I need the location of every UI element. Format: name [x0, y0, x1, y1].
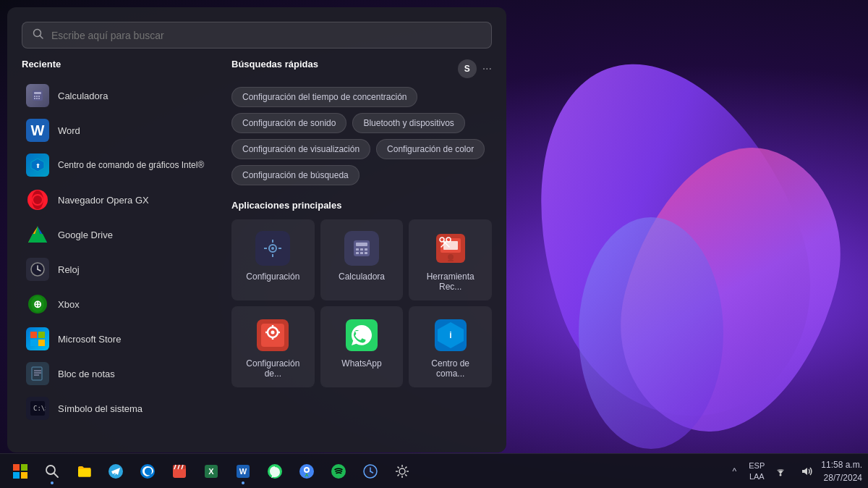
- quick-tag-3[interactable]: Configuración de visualización: [231, 139, 370, 159]
- recent-column: Reciente Calculadora: [22, 59, 217, 438]
- app-tile-configde[interactable]: Configuración de...: [231, 306, 315, 387]
- svg-point-110: [780, 474, 782, 476]
- configde-tile-label: Configuración de...: [239, 358, 307, 379]
- right-column: Búsquedas rápidas S ··· Configuración de…: [231, 59, 492, 438]
- language-indicator: ESP LAA: [749, 460, 765, 481]
- quick-tag-0[interactable]: Configuración del tiempo de concentració…: [231, 87, 417, 107]
- svg-line-109: [398, 474, 399, 476]
- svg-rect-77: [21, 464, 27, 471]
- recent-item-notepad[interactable]: Bloc de notas: [22, 356, 217, 391]
- recent-label-gdrive: Google Drive: [58, 230, 113, 240]
- recent-label-opera: Navegador Opera GX: [58, 195, 149, 206]
- quick-tag-5[interactable]: Configuración de búsqueda: [231, 165, 359, 185]
- system-clock[interactable]: 11:58 a.m. 28/7/2024: [821, 458, 862, 484]
- svg-point-57: [448, 254, 454, 260]
- app-tile-intel2[interactable]: i Centro de coma...: [409, 306, 492, 387]
- search-input[interactable]: [51, 30, 481, 41]
- svg-rect-30: [38, 332, 45, 338]
- search-bar[interactable]: [22, 22, 492, 49]
- quick-tag-1[interactable]: Configuración de sonido: [231, 113, 346, 133]
- taskbar-files-button[interactable]: [69, 457, 98, 486]
- quick-search-title: Búsquedas rápidas: [231, 59, 318, 70]
- recent-item-opera[interactable]: Navegador Opera GX: [22, 182, 217, 217]
- more-options-button[interactable]: ···: [482, 62, 492, 75]
- recent-item-intel[interactable]: ⬆ Centro de comando de gráficos Intel®: [22, 148, 217, 182]
- svg-text:W: W: [239, 467, 247, 476]
- taskbar-left: X W: [6, 457, 417, 486]
- search-icon: [33, 28, 44, 42]
- quick-header: Búsquedas rápidas S ···: [231, 59, 492, 78]
- svg-rect-52: [360, 252, 363, 254]
- taskbar-clock-button[interactable]: [356, 457, 385, 486]
- main-content: Reciente Calculadora: [22, 59, 492, 438]
- opera-icon: [26, 188, 49, 211]
- svg-text:⊕: ⊕: [33, 298, 42, 310]
- herrec-tile-label: Herramienta Rec...: [416, 272, 485, 292]
- taskbar-telegram-button[interactable]: [101, 457, 130, 486]
- taskbar-excel-button[interactable]: X: [197, 457, 226, 486]
- svg-text:X: X: [208, 467, 214, 476]
- volume-icon-button[interactable]: [796, 457, 817, 486]
- taskbar-claqueta-button[interactable]: [165, 457, 194, 486]
- app-tile-calc2[interactable]: Calculadora: [320, 219, 404, 300]
- taskbar-spotify-button[interactable]: [324, 457, 353, 486]
- svg-rect-32: [38, 340, 45, 346]
- svg-line-108: [405, 466, 407, 468]
- app-tile-herrec[interactable]: Herramienta Rec...: [409, 219, 492, 300]
- recent-title: Reciente: [22, 59, 217, 70]
- svg-rect-4: [34, 96, 35, 97]
- recent-item-gdrive[interactable]: Google Drive: [22, 217, 217, 252]
- svg-rect-76: [13, 464, 20, 471]
- svg-rect-3: [34, 92, 41, 94]
- quick-tag-4[interactable]: Configuración de color: [376, 139, 485, 159]
- svg-point-101: [399, 468, 405, 474]
- start-button[interactable]: [6, 457, 35, 486]
- wifi-icon-button[interactable]: [770, 457, 791, 486]
- recent-item-msstore[interactable]: Microsoft Store: [22, 321, 217, 356]
- taskbar-whatsapp-button[interactable]: [260, 457, 289, 486]
- word-active-dot: [242, 481, 244, 484]
- tray-chevron-button[interactable]: ^: [726, 460, 743, 482]
- svg-rect-8: [36, 98, 38, 99]
- config-tile-icon: [255, 231, 290, 266]
- recent-label-word: Word: [58, 125, 80, 136]
- intel2-tile-icon: i: [433, 318, 468, 353]
- taskbar-edge-button[interactable]: [133, 457, 162, 486]
- app-tile-whatsapp[interactable]: WhatsApp: [320, 306, 404, 387]
- recent-label-calc: Calculadora: [58, 91, 108, 101]
- recent-item-calculadora[interactable]: Calculadora: [22, 78, 217, 113]
- s-badge: S: [458, 59, 477, 78]
- taskbar-settings-button[interactable]: [388, 457, 417, 486]
- svg-point-66: [271, 331, 275, 335]
- reloj-icon: [26, 258, 49, 281]
- chevron-icon: ^: [732, 466, 736, 476]
- calc2-tile-label: Calculadora: [339, 272, 385, 282]
- quick-tag-2[interactable]: Bluetooth y dispositivos: [352, 113, 464, 133]
- svg-rect-33: [32, 367, 42, 380]
- recent-item-reloj[interactable]: Reloj: [22, 252, 217, 287]
- svg-line-107: [405, 474, 407, 476]
- svg-rect-31: [30, 340, 37, 346]
- intel-icon: ⬆: [26, 153, 49, 177]
- svg-line-81: [54, 474, 58, 477]
- search-active-dot: [51, 481, 54, 484]
- svg-text:⬆: ⬆: [35, 163, 41, 169]
- taskbar-search-button[interactable]: [38, 457, 67, 486]
- svg-text:i: i: [449, 330, 451, 340]
- svg-rect-53: [365, 252, 367, 254]
- svg-rect-29: [30, 332, 37, 338]
- recent-item-cmd[interactable]: C:\> Símbolo del sistema: [22, 391, 217, 426]
- svg-point-97: [331, 464, 346, 479]
- recent-item-xbox[interactable]: ⊕ Xbox: [22, 287, 217, 321]
- svg-rect-47: [356, 243, 367, 246]
- svg-line-1: [41, 36, 43, 39]
- taskbar-word-button[interactable]: W: [229, 457, 258, 486]
- svg-point-80: [46, 466, 55, 474]
- app-tile-config[interactable]: Configuración: [231, 219, 315, 300]
- recent-item-word[interactable]: W Word: [22, 113, 217, 148]
- msstore-icon: [26, 327, 49, 350]
- taskbar-maps-button[interactable]: [292, 457, 321, 486]
- system-tray: ^ ESP LAA: [726, 457, 817, 486]
- recent-label-msstore: Microsoft Store: [58, 334, 121, 345]
- svg-rect-50: [365, 248, 367, 251]
